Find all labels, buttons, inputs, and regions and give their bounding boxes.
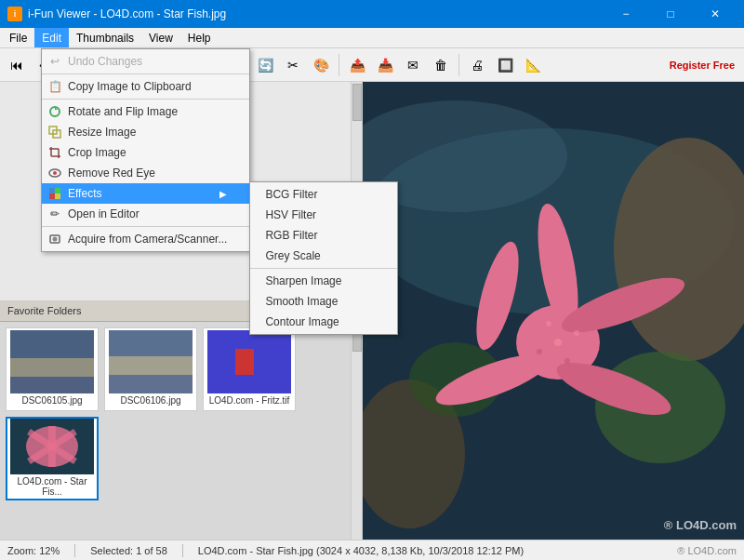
submenu-hsv[interactable]: HSV Filter <box>250 205 397 225</box>
submenu-bcg[interactable]: BCG Filter <box>250 184 397 205</box>
menu-editor-label: Open in Editor <box>68 207 140 220</box>
minimize-button[interactable]: − <box>604 0 647 28</box>
submenu-greyscale[interactable]: Grey Scale <box>250 246 397 266</box>
svg-rect-2 <box>10 377 94 393</box>
toolbar-slideshow[interactable]: 🔲 <box>492 52 518 78</box>
close-button[interactable]: ✕ <box>694 0 737 28</box>
menu-redeye[interactable]: Remove Red Eye <box>42 163 249 183</box>
redeye-icon <box>47 166 62 180</box>
thumbnail-area: DSC06105.jpg DSC06106.jpg <box>0 322 362 540</box>
effects-icon <box>47 186 62 201</box>
dropdown-sep1 <box>42 73 249 74</box>
menu-effects-label: Effects <box>68 187 101 200</box>
acquire-icon <box>47 232 62 247</box>
svg-point-30 <box>565 358 570 364</box>
title-controls: − □ ✕ <box>604 0 737 28</box>
menu-effects[interactable]: Effects ▶ BCG Filter HSV Filter RGB Filt… <box>42 183 249 204</box>
svg-point-29 <box>537 349 542 354</box>
effects-submenu: BCG Filter HSV Filter RGB Filter Grey Sc… <box>249 181 398 335</box>
register-label[interactable]: Register Free <box>664 58 740 73</box>
svg-rect-1 <box>10 358 94 377</box>
thumbnail-item[interactable]: DSC06106.jpg <box>104 327 197 411</box>
menu-rotate-label: Rotate and Flip Image <box>68 105 178 118</box>
resize-icon <box>47 125 62 140</box>
menu-rotate[interactable]: Rotate and Flip Image <box>42 101 249 122</box>
zoom-status: Zoom: 12% <box>7 545 60 556</box>
status-sep2 <box>182 544 183 557</box>
svg-point-45 <box>53 237 58 242</box>
editor-icon: ✏ <box>47 207 62 221</box>
toolbar-first[interactable]: ⏮ <box>4 52 30 78</box>
menu-acquire[interactable]: Acquire from Camera/Scanner... <box>42 229 249 249</box>
submenu-smooth[interactable]: Smooth Image <box>250 291 397 312</box>
thumbnail-item[interactable]: DSC06105.jpg <box>6 327 99 411</box>
toolbar-email[interactable]: ✉ <box>400 52 426 78</box>
svg-rect-40 <box>49 188 55 193</box>
submenu-sharpen[interactable]: Sharpen Image <box>250 271 397 291</box>
toolbar-delete[interactable]: 🗑 <box>428 52 454 78</box>
toolbar-fullscreen[interactable]: 📐 <box>520 52 546 78</box>
svg-point-28 <box>574 330 579 336</box>
toolbar-sep5 <box>458 54 459 76</box>
toolbar-rotate[interactable]: 🔄 <box>252 52 278 78</box>
dropdown-sep2 <box>42 99 249 100</box>
crop-icon <box>47 145 62 160</box>
menu-resize[interactable]: Resize Image <box>42 122 249 142</box>
title-bar: i i-Fun Viewer - LO4D.com - Star Fish.jp… <box>0 0 744 28</box>
thumbnail-item[interactable]: LO4D.com - Star Fis... <box>6 417 99 500</box>
svg-point-26 <box>554 339 562 346</box>
menu-copy-label: Copy Image to Clipboard <box>68 80 192 93</box>
toolbar-import[interactable]: 📥 <box>372 52 398 78</box>
app-icon: i <box>7 7 22 21</box>
svg-rect-41 <box>55 188 60 193</box>
menu-file[interactable]: File <box>2 28 34 47</box>
menu-undo[interactable]: ↩ Undo Changes <box>42 51 249 72</box>
toolbar-export[interactable]: 📤 <box>344 52 370 78</box>
main-image: ® LO4D.com <box>363 82 744 540</box>
folder-label: Favorite Folders <box>7 305 81 316</box>
menu-view[interactable]: View <box>141 28 180 47</box>
svg-rect-4 <box>109 356 193 375</box>
menu-acquire-label: Acquire from Camera/Scanner... <box>68 233 227 246</box>
maximize-button[interactable]: □ <box>649 0 692 28</box>
svg-rect-43 <box>55 193 60 199</box>
submenu-contour[interactable]: Contour Image <box>250 312 397 332</box>
submenu-rgb[interactable]: RGB Filter <box>250 225 397 246</box>
menu-bar: File Edit Thumbnails View Help <box>0 28 744 48</box>
watermark: ® LO4D.com <box>664 518 737 532</box>
toolbar-print[interactable]: 🖨 <box>464 52 490 78</box>
selected-status: Selected: 1 of 58 <box>90 545 167 556</box>
toolbar-crop[interactable]: ✂ <box>280 52 306 78</box>
svg-rect-7 <box>235 349 254 375</box>
menu-edit[interactable]: Edit <box>34 28 69 47</box>
file-info-status: LO4D.com - Star Fish.jpg (3024 x 4032, 8… <box>198 545 524 556</box>
svg-point-27 <box>546 321 551 327</box>
menu-editor[interactable]: ✏ Open in Editor <box>42 204 249 224</box>
rotate-icon <box>47 104 62 119</box>
toolbar-effects[interactable]: 🎨 <box>308 52 334 78</box>
svg-point-39 <box>53 171 57 175</box>
status-sep1 <box>74 544 75 557</box>
toolbar-sep4 <box>339 54 339 76</box>
menu-crop-label: Crop Image <box>68 146 126 159</box>
menu-copy[interactable]: 📋 Copy Image to Clipboard <box>42 76 249 97</box>
svg-rect-42 <box>49 193 55 199</box>
menu-redeye-label: Remove Red Eye <box>68 167 155 180</box>
copy-icon: 📋 <box>47 79 62 94</box>
menu-help[interactable]: Help <box>180 28 219 47</box>
edit-menu: ↩ Undo Changes 📋 Copy Image to Clipboard… <box>41 48 250 252</box>
submenu-arrow: ▶ <box>219 189 227 199</box>
thumb-label: DSC06106.jpg <box>118 393 182 407</box>
undo-icon: ↩ <box>47 54 62 69</box>
right-panel: ® LO4D.com <box>363 82 744 540</box>
thumbnail-item[interactable]: LO4D.com - Fritz.tif <box>203 327 296 411</box>
menu-resize-label: Resize Image <box>68 126 136 139</box>
thumb-label: LO4D.com - Star Fis... <box>7 474 97 499</box>
window-title: i-Fun Viewer - LO4D.com - Star Fish.jpg <box>28 7 226 20</box>
status-bar: Zoom: 12% Selected: 1 of 58 LO4D.com - S… <box>0 540 744 560</box>
menu-crop[interactable]: Crop Image <box>42 142 249 163</box>
thumb-label: DSC06105.jpg <box>20 393 84 407</box>
dropdown-sep3 <box>42 226 249 227</box>
lo4d-logo: ® LO4D.com <box>677 545 737 556</box>
menu-thumbnails[interactable]: Thumbnails <box>69 28 141 47</box>
